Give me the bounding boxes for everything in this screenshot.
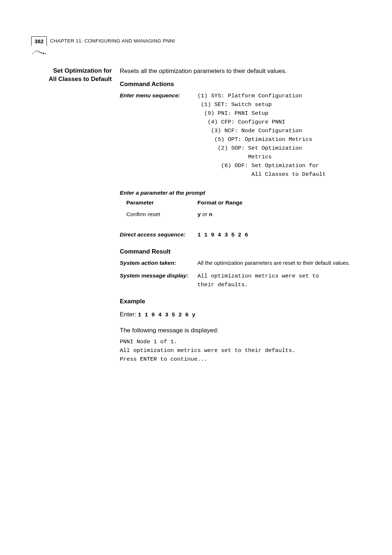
- example-block: Enter: 1 1 9 4 3 5 2 6 y The following m…: [120, 309, 366, 364]
- svg-point-0: [32, 53, 33, 54]
- command-result-heading: Command Result: [120, 247, 366, 256]
- format-y: y: [197, 211, 201, 218]
- example-heading: Example: [120, 297, 366, 306]
- svg-point-7: [42, 53, 44, 54]
- chapter-title: CHAPTER 11: CONFIGURING AND MANAGING PNN…: [50, 38, 175, 44]
- parameter-col-header: Parameter: [120, 199, 192, 207]
- parameter-name: Confirm reset: [120, 210, 192, 218]
- menu-sequence-row: Enter menu sequence: (1) SYS: Platform C…: [120, 92, 366, 179]
- parameter-table: Parameter Format or Range Confirm reset …: [120, 199, 366, 219]
- page: 382 CHAPTER 11: CONFIGURING AND MANAGING…: [0, 0, 392, 555]
- example-output: PNNI Node 1 of 1. All optimization metri…: [120, 337, 366, 364]
- svg-point-2: [35, 51, 36, 52]
- direct-access-value: 1 1 9 4 3 5 2 6: [197, 231, 366, 239]
- system-action-text: All the optimization parameters are rese…: [197, 259, 366, 267]
- menu-sequence-label: Enter menu sequence:: [120, 92, 192, 100]
- section-title-line1: Set Optimization for: [53, 67, 112, 74]
- content-area: Set Optimization for All Classes to Defa…: [43, 67, 366, 364]
- chapter-label: CHAPTER 11: CONFIGURING AND MANAGING PNN…: [50, 38, 175, 44]
- intro-text: Resets all the optimization parameters t…: [120, 67, 366, 76]
- spacer: [120, 219, 366, 226]
- section-header-row: Set Optimization for All Classes to Defa…: [43, 67, 366, 364]
- system-message-text: All optimization metrics were set to the…: [197, 272, 366, 289]
- direct-access-row: Direct access sequence: 1 1 9 4 3 5 2 6: [120, 231, 366, 239]
- section-body: Resets all the optimization parameters t…: [120, 67, 366, 364]
- system-message-label: System message display:: [120, 272, 192, 280]
- parameter-prompt-heading: Enter a parameter at the prompt: [120, 189, 366, 197]
- svg-point-4: [37, 51, 38, 52]
- example-enter-label: Enter:: [120, 311, 138, 318]
- example-following-msg: The following message is displayed:: [120, 325, 366, 335]
- example-enter-value: 1 1 9 4 3 5 2 6 y: [138, 312, 195, 318]
- parameter-format: y or n: [197, 210, 366, 219]
- format-n: n: [209, 211, 212, 218]
- format-col-header: Format or Range: [197, 199, 366, 207]
- command-actions-heading: Command Actions: [120, 80, 366, 89]
- page-number: 382: [31, 36, 47, 46]
- format-or: or: [201, 211, 209, 217]
- direct-access-label: Direct access sequence:: [120, 231, 192, 239]
- system-action-label: System action taken:: [120, 259, 192, 267]
- section-title-line2: All Classes to Default: [49, 76, 112, 82]
- svg-point-3: [36, 50, 37, 51]
- svg-point-5: [39, 52, 40, 53]
- dots-decoration-icon: [32, 49, 46, 56]
- menu-sequence-text: (1) SYS: Platform Configuration (1) SET:…: [197, 92, 366, 179]
- svg-point-1: [34, 52, 34, 53]
- command-result-grid: System action taken: All the optimizatio…: [120, 259, 366, 289]
- section-title: Set Optimization for All Classes to Defa…: [43, 67, 112, 364]
- svg-point-8: [45, 53, 46, 54]
- svg-point-6: [40, 52, 42, 53]
- page-header: 382 CHAPTER 11: CONFIGURING AND MANAGING…: [31, 39, 366, 49]
